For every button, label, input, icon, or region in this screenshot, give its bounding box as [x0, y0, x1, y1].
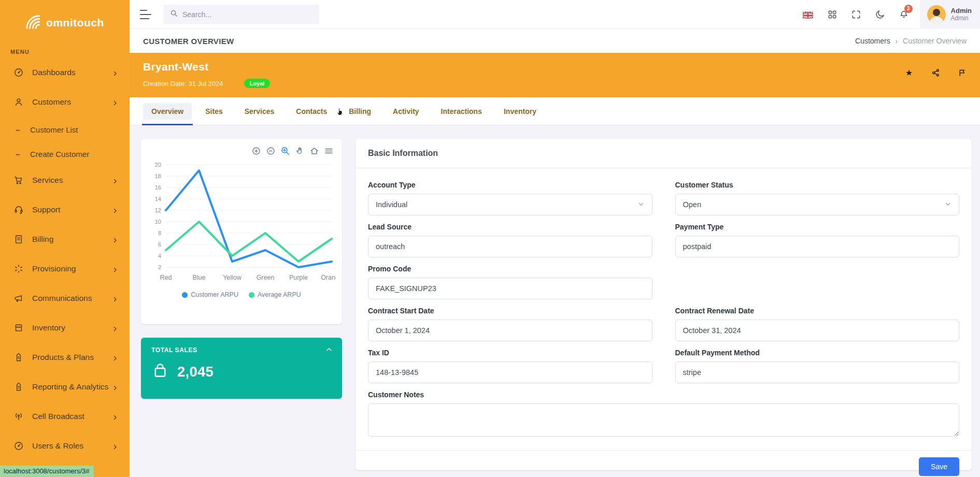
tab-overview[interactable]: Overview — [143, 103, 192, 120]
sparkle-icon — [13, 264, 24, 274]
sidebar-item-label: Dashboards — [32, 68, 112, 77]
brand-logo[interactable]: omnitouch — [0, 0, 130, 46]
sidebar-item-cell-broadcast[interactable]: Cell Broadcast — [0, 404, 130, 429]
user-menu[interactable]: Admin Admin — [920, 0, 980, 29]
customer-name: Bryant-West — [143, 61, 967, 73]
sidebar-item-users-roles[interactable]: Users & Roles — [0, 433, 130, 458]
svg-text:14: 14 — [155, 196, 161, 202]
sidebar-item-label: Provisioning — [32, 264, 112, 273]
moon-icon[interactable] — [868, 0, 892, 29]
search-input[interactable] — [182, 10, 307, 19]
selected-value: Open — [683, 200, 701, 209]
apps-grid-icon[interactable] — [820, 0, 844, 29]
flag-icon[interactable] — [957, 68, 967, 78]
tab-interactions[interactable]: Interactions — [433, 103, 490, 120]
tab-billing[interactable]: Billing — [340, 103, 379, 120]
sidebar-item-products-plans[interactable]: Products & Plans — [0, 345, 130, 370]
tab-contacts[interactable]: Contacts — [288, 103, 335, 120]
field-contract-renewal-date: Contract Renewal Date — [675, 307, 960, 341]
sidebar-item-communications[interactable]: Communications — [0, 286, 130, 311]
sidebar-item-label: Users & Roles — [32, 441, 112, 451]
legend-label: Customer ARPU — [191, 291, 238, 298]
sidebar-item-provisioning[interactable]: Provisioning — [0, 256, 130, 281]
chevron-right-icon — [112, 236, 118, 242]
dash-icon: – — [16, 125, 23, 134]
chevron-right-icon — [112, 295, 118, 301]
zoom-in-icon[interactable] — [251, 146, 261, 156]
share-icon[interactable] — [931, 68, 940, 78]
sidebar-item-customers[interactable]: Customers — [0, 90, 130, 114]
account-type-select[interactable]: Individual — [368, 194, 652, 215]
sidebar-item-dashboards[interactable]: Dashboards — [0, 60, 130, 85]
tab-inventory[interactable]: Inventory — [495, 103, 545, 120]
notification-badge: 3 — [904, 5, 913, 13]
sidebar-item-support[interactable]: Support — [0, 197, 130, 222]
svg-text:18: 18 — [155, 173, 161, 179]
chevron-up-icon[interactable] — [325, 346, 333, 353]
broadcast-icon — [13, 411, 24, 422]
lead-source-label: Lead Source — [368, 223, 652, 231]
sidebar: omnitouch MENU DashboardsCustomers–Custo… — [0, 0, 130, 477]
legend-item-average-arpu[interactable]: Average ARPU — [249, 291, 301, 298]
gauge-icon — [13, 67, 24, 78]
uk-flag-icon[interactable] — [797, 0, 820, 29]
chevron-right-icon — [112, 325, 118, 331]
card-title: Basic Information — [356, 139, 972, 168]
user-name: Admin — [951, 7, 972, 15]
chevron-right-icon — [112, 207, 118, 213]
payment-type-input[interactable] — [675, 236, 960, 257]
pan-icon[interactable] — [295, 146, 305, 156]
sidebar-item-inventory[interactable]: Inventory — [0, 315, 130, 340]
storefront-icon — [13, 323, 24, 333]
legend-item-customer-arpu[interactable]: Customer ARPU — [182, 291, 238, 298]
contract-start-date-input[interactable] — [368, 320, 652, 341]
sidebar-item-billing[interactable]: Billing — [0, 227, 130, 252]
arpu-chart-card: 2468101214161820RedBlueYellowGreenPurple… — [141, 139, 342, 324]
sidebar-item-label: Billing — [32, 235, 112, 244]
promo-code-input[interactable] — [368, 278, 652, 299]
tab-sites[interactable]: Sites — [197, 103, 231, 120]
sidebar-item-label: Communications — [32, 294, 112, 303]
breadcrumb-separator: › — [896, 37, 898, 45]
sidebar-item-label: Products & Plans — [32, 353, 112, 362]
main-area: 3 Admin Admin CUSTOMER OVERVIEW Customer… — [130, 0, 980, 477]
default-payment-method-input[interactable] — [675, 362, 960, 383]
account-type-label: Account Type — [368, 181, 652, 189]
sidebar-item-label: Support — [32, 205, 112, 214]
tax-id-input[interactable] — [368, 362, 652, 383]
save-button[interactable]: Save — [919, 457, 959, 476]
chevron-right-icon — [112, 266, 118, 272]
chevron-right-icon — [112, 413, 118, 420]
home-icon[interactable] — [309, 146, 319, 156]
contract-renewal-date-input[interactable] — [675, 320, 960, 341]
status-badge: Loyal — [244, 79, 271, 88]
menu-toggle-icon[interactable] — [140, 10, 152, 19]
selection-zoom-icon[interactable] — [280, 146, 290, 156]
legend-marker — [249, 292, 254, 298]
zoom-out-icon[interactable] — [266, 146, 276, 156]
default-payment-method-label: Default Payment Method — [675, 349, 960, 357]
chevron-right-icon — [112, 354, 118, 360]
sidebar-subitem-create-customer[interactable]: –Create Customer — [0, 143, 130, 164]
tab-activity[interactable]: Activity — [385, 103, 428, 120]
sidebar-item-services[interactable]: Services — [0, 168, 130, 193]
breadcrumb-parent[interactable]: Customers — [855, 37, 890, 45]
customer-status-select[interactable]: Open — [675, 194, 960, 215]
bell-icon[interactable]: 3 — [892, 0, 916, 29]
chart-menu-icon[interactable] — [324, 146, 334, 156]
sidebar-item-reporting-analytics[interactable]: Reporting & Analytics — [0, 374, 130, 399]
field-contract-start-date: Contract Start Date — [368, 307, 652, 341]
star-icon[interactable]: ★ — [904, 68, 914, 78]
fullscreen-icon[interactable] — [844, 0, 868, 29]
chevron-down-icon — [637, 200, 645, 209]
svg-text:8: 8 — [158, 230, 161, 236]
sidebar-menu-label: MENU — [0, 46, 130, 60]
total-sales-label: TOTAL SALES — [151, 346, 332, 354]
customer-notes-textarea[interactable] — [368, 403, 959, 437]
sidebar-subitem-customer-list[interactable]: –Customer List — [0, 119, 130, 140]
tab-services[interactable]: Services — [236, 103, 283, 120]
megaphone-icon — [13, 293, 24, 303]
chevron-right-icon — [112, 99, 118, 105]
lead-source-input[interactable] — [368, 236, 652, 257]
svg-text:Orange: Orange — [321, 274, 336, 281]
